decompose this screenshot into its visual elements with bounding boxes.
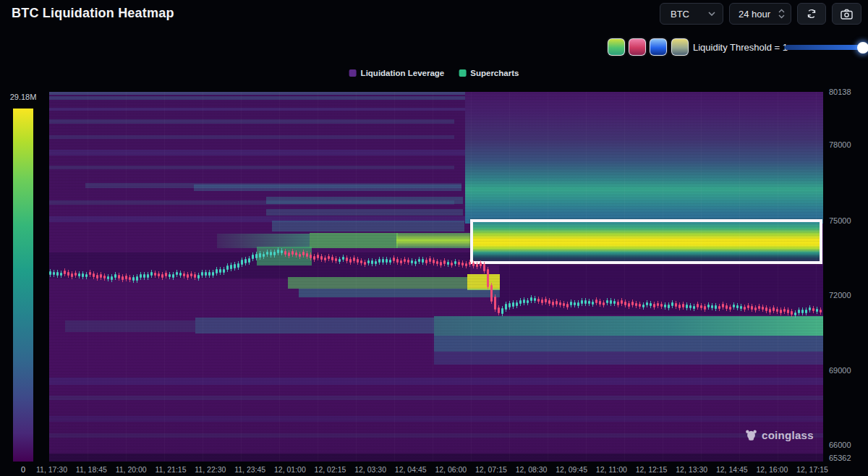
candle-body <box>78 273 80 277</box>
colorbar-min-label: 0 <box>13 465 33 474</box>
candle-body <box>346 258 348 260</box>
price-tick-label: 78000 <box>829 140 851 149</box>
candle-body <box>736 305 739 308</box>
candle-body <box>617 302 619 305</box>
highlight-box <box>470 219 822 264</box>
candle-body <box>241 260 243 264</box>
liquidity-threshold-label: Liquidity Threshold = 1 <box>693 42 788 53</box>
candle-body <box>205 272 207 276</box>
candle-body <box>577 302 579 306</box>
refresh-button[interactable] <box>797 3 826 25</box>
price-tick-label: 72000 <box>829 291 851 299</box>
candle-body <box>360 260 362 264</box>
legend-item[interactable]: Supercharts <box>459 69 519 77</box>
candle-body <box>805 310 807 313</box>
candle-body <box>726 305 728 309</box>
candle-body <box>454 261 456 264</box>
candle-body <box>147 274 149 278</box>
candle-body <box>386 259 388 263</box>
heatmap-plot[interactable]: coinglass <box>49 92 823 462</box>
candle-body <box>657 303 659 307</box>
palette-red-button[interactable] <box>629 38 646 56</box>
interval-select[interactable]: 24 hour <box>729 3 791 25</box>
candle-body <box>606 300 608 304</box>
price-tick-label: 65362 <box>829 454 851 462</box>
candle-body <box>563 303 565 306</box>
candle-body <box>628 303 630 307</box>
candle-body <box>244 259 247 263</box>
candle-body <box>331 257 333 260</box>
candle-body <box>537 299 540 302</box>
colorbar-gradient <box>13 109 33 462</box>
price-tick-label: 66000 <box>829 441 851 449</box>
candle-body <box>783 309 786 313</box>
candle-body <box>494 297 496 309</box>
candle-body <box>371 260 373 263</box>
candle-body <box>700 305 702 309</box>
candle-body <box>433 260 435 263</box>
palette-yellow-button[interactable] <box>671 38 689 56</box>
candle-body <box>328 256 330 260</box>
candle-body <box>288 252 290 256</box>
candle-body <box>671 302 673 305</box>
candle-body <box>704 306 706 310</box>
candle-body <box>523 299 525 303</box>
time-tick-label: 11, 21:15 <box>155 465 186 474</box>
time-tick-label: 12, 12:15 <box>636 465 668 474</box>
colorbar-max-label: 29.18M <box>4 93 42 101</box>
legend-swatch <box>459 69 466 77</box>
chevron-down-icon <box>708 12 715 16</box>
candle-body <box>798 310 800 313</box>
candle-body <box>624 302 626 305</box>
candle-body <box>67 272 69 276</box>
price-axis: 80138780007500072000690006600065362 <box>829 0 868 476</box>
palette-green-button[interactable] <box>608 38 625 56</box>
candle-body <box>201 272 203 276</box>
candle-body <box>443 260 446 264</box>
candle-body <box>592 302 594 305</box>
candle-body <box>678 305 681 308</box>
candle-body <box>465 263 467 266</box>
time-tick-label: 11, 17:30 <box>36 465 67 474</box>
candle-body <box>559 302 561 305</box>
candle-body <box>621 300 623 304</box>
candle-body <box>458 262 460 265</box>
candle-body <box>631 302 634 305</box>
time-tick-label: 11, 22:30 <box>195 465 226 474</box>
candle-body <box>96 275 98 279</box>
candle-body <box>237 263 239 268</box>
candle-body <box>335 258 337 261</box>
candle-body <box>595 299 597 303</box>
spinner-updown-icon <box>778 9 785 19</box>
candle-body <box>512 302 514 307</box>
candle-body <box>776 309 778 313</box>
candle-body <box>718 306 720 309</box>
time-tick-label: 12, 02:15 <box>315 465 346 474</box>
candle-body <box>114 274 116 278</box>
palette-blue-button[interactable] <box>650 38 667 56</box>
symbol-select[interactable]: BTC <box>660 3 723 25</box>
candle-body <box>270 252 272 255</box>
candle-body <box>103 276 106 279</box>
candle-body <box>566 304 569 307</box>
candle-body <box>266 252 268 255</box>
legend-item[interactable]: Liquidation Leverage <box>349 69 445 77</box>
time-tick-label: 12, 03:30 <box>354 465 386 474</box>
price-tick-label: 80138 <box>829 88 851 96</box>
candle-body <box>711 305 713 309</box>
time-tick-label: 11, 20:00 <box>116 465 147 474</box>
time-tick-label: 12, 08:30 <box>516 465 548 474</box>
candle-body <box>212 272 214 276</box>
candle-body <box>469 262 471 265</box>
candle-body <box>179 273 182 276</box>
candle-body <box>320 256 323 260</box>
candle-body <box>404 259 406 262</box>
candle-body <box>541 299 543 303</box>
candle-body <box>733 305 735 307</box>
candle-body <box>324 258 326 261</box>
candle-body <box>422 259 424 263</box>
candle-body <box>313 256 315 260</box>
candle-body <box>299 254 301 257</box>
candle-body <box>812 308 814 311</box>
candle-body <box>49 271 51 275</box>
